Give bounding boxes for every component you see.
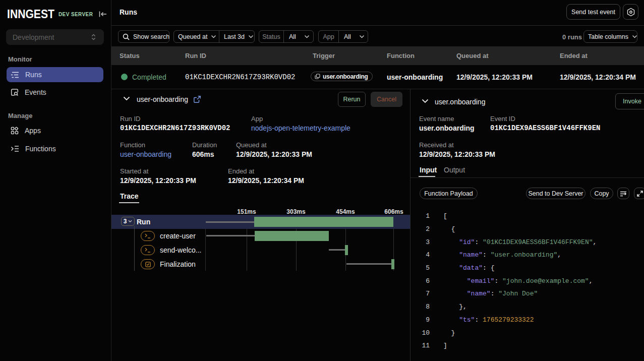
svg-text:INNGEST: INNGEST [7,8,54,21]
